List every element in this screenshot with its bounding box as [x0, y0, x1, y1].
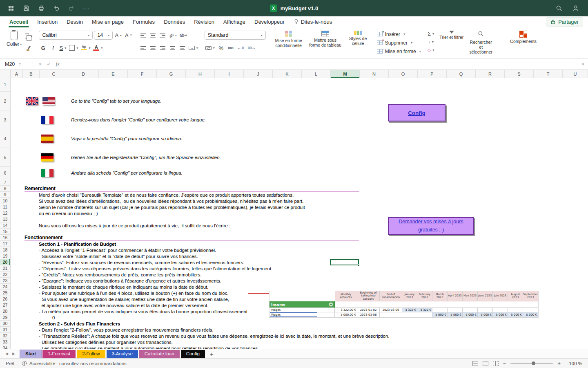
row-header-7[interactable]: 7 — [0, 179, 10, 186]
row-header-5[interactable]: 5 — [0, 148, 10, 167]
column-header-p[interactable]: P — [418, 70, 447, 78]
row-header-13[interactable]: 13 — [0, 216, 10, 222]
align-left-button[interactable] — [139, 43, 147, 52]
decrease-decimal-button[interactable]: .00→ — [246, 43, 256, 52]
paste-button[interactable]: Coller▾ — [7, 30, 22, 53]
column-header-g[interactable]: G — [157, 70, 186, 78]
column-header-q[interactable]: Q — [447, 70, 476, 78]
delete-cells-button[interactable]: Supprimer▾ — [377, 38, 421, 47]
align-top-button[interactable] — [139, 31, 147, 40]
zoom-in-button[interactable]: + — [557, 360, 561, 366]
cancel-icon[interactable]: × — [39, 61, 42, 67]
row-header-10[interactable]: 10 — [0, 198, 10, 204]
addins-button[interactable]: Compléments — [510, 30, 537, 44]
italic-button[interactable]: I — [49, 43, 57, 52]
increase-indent-button[interactable] — [178, 43, 187, 52]
account-icon[interactable] — [572, 5, 579, 12]
row-header-27[interactable]: 27 — [0, 302, 10, 308]
ribbon-tab-revision[interactable]: Révision — [189, 16, 219, 27]
row-header-24[interactable]: 24 — [0, 284, 10, 290]
underline-button[interactable]: S▾ — [58, 43, 67, 52]
row-header-17[interactable]: 17 — [0, 241, 10, 247]
enter-icon[interactable]: ✓ — [47, 61, 51, 67]
column-header-a[interactable]: A — [11, 70, 23, 78]
borders-button[interactable]: ▾ — [68, 43, 79, 52]
row-header-9[interactable]: 9 — [0, 192, 10, 198]
align-middle-button[interactable] — [149, 31, 157, 40]
request-updates-button[interactable]: Demander vos mises à jours gratuites ;-) — [388, 217, 474, 235]
row-header-3[interactable]: 3 — [0, 110, 10, 129]
ribbon-tab-dites-le-nous[interactable]: Dites-le-nous — [289, 16, 337, 27]
format-painter-button[interactable] — [24, 44, 33, 53]
row-header-12[interactable]: 12 — [0, 210, 10, 216]
apps-icon[interactable] — [7, 5, 14, 12]
more-commands-icon[interactable]: ··· — [83, 5, 89, 11]
normal-view-icon[interactable] — [472, 361, 478, 366]
row-header-28[interactable]: 28 — [0, 308, 10, 314]
find-select-button[interactable]: Rechercher et sélectionner — [468, 30, 494, 54]
page-break-view-icon[interactable] — [493, 361, 499, 366]
ribbon-tab-mise-en-page[interactable]: Mise en page — [87, 16, 128, 27]
orientation-button[interactable]: ab▾ — [168, 31, 178, 40]
row-header-30[interactable]: 30 — [0, 321, 10, 327]
insert-cells-button[interactable]: Insérer▾ — [377, 30, 421, 38]
comma-format-button[interactable]: 000 — [227, 43, 235, 52]
column-header-s[interactable]: S — [505, 70, 534, 78]
config-shortcut-button[interactable]: Config — [388, 104, 445, 121]
align-center-button[interactable] — [149, 43, 157, 52]
row-header-32[interactable]: 32 — [0, 333, 10, 339]
ribbon-tab-insertion[interactable]: Insertion — [33, 16, 62, 27]
row-header-19[interactable]: 19 — [0, 253, 10, 259]
sheet-area[interactable]: Config Demander vos mises à jours gratui… — [11, 78, 588, 349]
clear-button[interactable]: ◇▾ — [427, 46, 435, 54]
column-header-i[interactable]: I — [215, 70, 244, 78]
sheet-tab-2-follow[interactable]: 2-Follow — [77, 350, 105, 358]
formula-bar-expand-icon[interactable]: ▾ — [582, 62, 584, 66]
name-box-stepper[interactable]: ▲▼ — [19, 62, 21, 66]
autosum-button[interactable]: Σ▾ — [427, 30, 435, 38]
conditional-formatting-button[interactable]: Mise en forme conditionnelle — [272, 30, 306, 48]
share-button[interactable]: Partager — [546, 17, 583, 27]
search-icon[interactable] — [555, 5, 562, 12]
fill-button[interactable]: ↓▾ — [427, 38, 435, 46]
currency-format-button[interactable]: ▾ — [205, 43, 216, 52]
column-header-u[interactable]: U — [563, 70, 588, 78]
column-header-t[interactable]: T — [534, 70, 563, 78]
column-header-e[interactable]: E — [99, 70, 128, 78]
align-right-button[interactable] — [158, 43, 167, 52]
align-bottom-button[interactable] — [158, 31, 167, 40]
ribbon-tab-accueil[interactable]: Accueil — [5, 16, 33, 27]
column-header-h[interactable]: H — [186, 70, 215, 78]
fill-handle[interactable] — [358, 264, 360, 266]
sheet-nav-left-icon[interactable]: ◀ — [3, 352, 10, 356]
ribbon-tab-donnees[interactable]: Données — [159, 16, 189, 27]
row-header-14[interactable]: 14 — [0, 222, 10, 229]
row-header-21[interactable]: 21 — [0, 265, 10, 272]
font-color-button[interactable]: A▾ — [92, 43, 103, 52]
config-link[interactable]: Config — [408, 110, 425, 116]
row-header-25[interactable]: 25 — [0, 290, 10, 296]
row-header-4[interactable]: 4 — [0, 129, 10, 148]
row-header-26[interactable]: 26 — [0, 296, 10, 302]
column-header-f[interactable]: F — [128, 70, 157, 78]
column-header-n[interactable]: N — [360, 70, 389, 78]
wrap-text-button[interactable]: ab↵ — [179, 31, 189, 40]
column-header-l[interactable]: L — [302, 70, 331, 78]
font-size-select[interactable]: 14▾ — [94, 31, 113, 40]
column-header-k[interactable]: K — [273, 70, 302, 78]
selected-cell[interactable] — [330, 259, 359, 265]
zoom-out-button[interactable]: − — [503, 360, 506, 366]
add-sheet-button[interactable]: + — [210, 351, 214, 357]
redo-icon[interactable] — [68, 5, 75, 12]
row-header-33[interactable]: 33 — [0, 339, 10, 345]
row-header-2[interactable]: 2 — [0, 92, 10, 110]
column-header-o[interactable]: O — [389, 70, 418, 78]
sheet-tab-start[interactable]: Start — [20, 350, 41, 358]
page-layout-view-icon[interactable] — [483, 361, 488, 366]
print-icon[interactable] — [38, 5, 45, 12]
row-header-22[interactable]: 22 — [0, 272, 10, 278]
row-header-29[interactable]: 29 — [0, 314, 10, 321]
increase-decimal-button[interactable]: ←.0 — [236, 43, 245, 52]
zoom-level[interactable]: 100 % — [565, 361, 582, 366]
row-header-34[interactable]: 34 — [0, 345, 10, 349]
